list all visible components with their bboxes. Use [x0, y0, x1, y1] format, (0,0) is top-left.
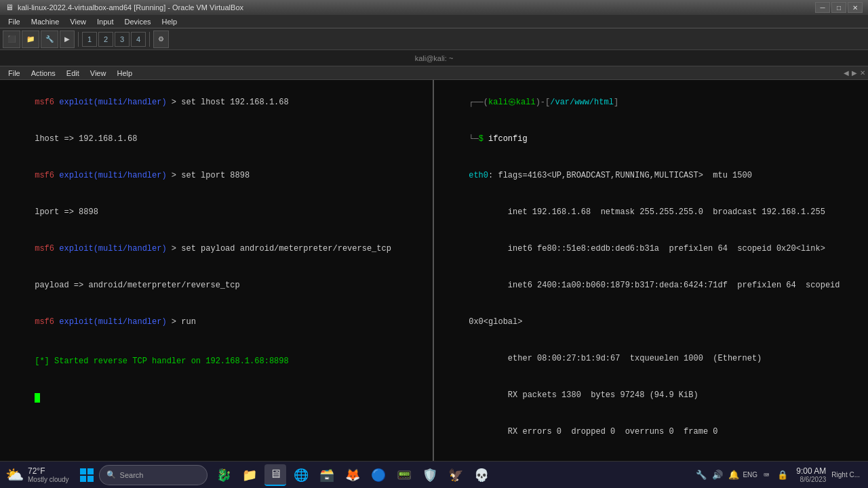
tray-volume[interactable]: 🔊 [711, 468, 724, 482]
taskbar-app-git[interactable]: 📟 [393, 464, 415, 486]
ifconfig-eth0-rx-err: RX errors 0 dropped 0 overruns 0 frame 0 [439, 413, 863, 450]
minimize-button[interactable]: ─ [815, 2, 830, 13]
weather-icon: ⛅ [5, 466, 24, 484]
tab-1[interactable]: 1 [82, 32, 97, 47]
toolbar-btn-4[interactable]: ▶ [60, 30, 75, 48]
ifconfig-eth0-inet6-2: inet6 2400:1a00:b060:1879:b317:deda:6424… [439, 267, 863, 304]
titlebar-left: 🖥 kali-linux-2022.4-virtualbox-amd64 [Ru… [5, 3, 243, 12]
menu-help[interactable]: Help [157, 15, 183, 28]
right-terminal[interactable]: ┌──(kali㉿kali)-[/var/www/html] └─$ ifcon… [434, 80, 868, 461]
msf-line-3: msf6 exploit(multi/handler) > set payloa… [5, 230, 427, 267]
ifconfig-eth0-tx: TX packets 153 bytes 26585 (25.9 KiB) [439, 450, 863, 461]
tray-notifications[interactable]: Right C... [829, 468, 863, 482]
ifconfig-eth0-flags: eth0: flags=4163<UP,BROADCAST,RUNNING,MU… [439, 157, 863, 194]
menu-file[interactable]: File [3, 15, 26, 28]
system-tray: 🔧 🔊 🔔 ENG ⌨ 🔒 9:00 AM 8/6/2023 Right C..… [694, 466, 863, 483]
edit-view[interactable]: View [85, 69, 112, 77]
msf-line-2: msf6 exploit(multi/handler) > set lport … [5, 157, 427, 194]
tray-battery[interactable]: 🔔 [727, 468, 741, 482]
left-terminal[interactable]: msf6 exploit(multi/handler) > set lhost … [0, 80, 434, 461]
nav-back[interactable]: ◀ [844, 69, 849, 77]
virtualbox-icon: 🖥 [5, 3, 14, 12]
right-prompt-1: ┌──(kali㉿kali)-[/var/www/html] [439, 84, 863, 121]
toolbar: ⬛ 📁 🔧 ▶ 1 2 3 4 ⚙ [0, 28, 868, 50]
taskbar-app-shield[interactable]: 🛡️ [419, 464, 441, 486]
tray-lock[interactable]: 🔒 [776, 468, 789, 482]
msf-output-1: lhost => 192.168.1.68 [5, 121, 427, 157]
tray-lang[interactable]: ENG [743, 468, 757, 482]
taskbar-app-store[interactable]: 🗃️ [316, 464, 338, 486]
toolbar-btn-1[interactable]: ⬛ [3, 30, 20, 48]
time-display: 9:00 AM 8/6/2023 [796, 466, 826, 483]
msf-line-4: msf6 exploit(multi/handler) > run [5, 304, 427, 340]
right-command-1: └─$ ifconfig [439, 121, 863, 157]
taskbar-app-eagle[interactable]: 🦅 [445, 464, 467, 486]
search-icon: 🔍 [106, 470, 116, 479]
taskbar-app-terminal[interactable]: 🖥 [264, 464, 286, 486]
menu-devices[interactable]: Devices [119, 15, 156, 28]
taskbar-app-firefox[interactable]: 🦊 [342, 464, 363, 486]
ifconfig-eth0-ether: ether 08:00:27:b1:9d:67 txqueuelen 1000 … [439, 340, 863, 377]
msf-output-2: lport => 8898 [5, 194, 427, 230]
taskbar: ⛅ 72°F Mostly cloudy 🔍 Search 🐉 📁 🖥 🌐 🗃️… [0, 461, 868, 488]
toolbar-separator-1 [78, 32, 79, 47]
taskbar-app-dragon[interactable]: 🐉 [213, 464, 235, 486]
titlebar-controls: ─ □ ✕ [815, 2, 863, 13]
menu-machine[interactable]: Machine [26, 15, 65, 28]
edit-actions[interactable]: Actions [26, 69, 61, 77]
edit-edit[interactable]: Edit [61, 69, 85, 77]
clock-date: 8/6/2023 [796, 476, 826, 483]
taskbar-apps: 🐉 📁 🖥 🌐 🗃️ 🦊 🔵 📟 🛡️ 🦅 💀 [213, 464, 492, 486]
toolbar-btn-2[interactable]: 📁 [22, 30, 39, 48]
weather-widget: ⛅ 72°F Mostly cloudy [5, 466, 69, 484]
tab-3[interactable]: 3 [115, 32, 130, 47]
windows-logo-icon [80, 468, 94, 482]
taskbar-app-blue[interactable]: 🔵 [368, 464, 389, 486]
ifconfig-eth0-inet6-1: inet6 fe80::51e8:eddb:ded6:b31a prefixle… [439, 230, 863, 267]
search-label: Search [120, 471, 144, 479]
taskbar-app-files[interactable]: 📁 [239, 464, 260, 486]
ifconfig-eth0-rx: RX packets 1380 bytes 97248 (94.9 KiB) [439, 377, 863, 413]
weather-desc: Mostly cloudy [28, 476, 69, 483]
menu-view[interactable]: View [64, 15, 92, 28]
editbar: File Actions Edit View Help ◀ ▶ ✕ [0, 66, 868, 80]
start-button[interactable] [75, 463, 99, 487]
tray-network[interactable]: 🔧 [694, 468, 708, 482]
msf-line-1: msf6 exploit(multi/handler) > set lhost … [5, 84, 427, 121]
toolbar-btn-3[interactable]: 🔧 [41, 30, 58, 48]
menubar: File Machine View Input Devices Help [0, 15, 868, 28]
msf-output-4: [*] Started reverse TCP handler on 192.1… [5, 343, 427, 380]
taskbar-app-skull[interactable]: 💀 [471, 464, 492, 486]
toolbar-separator-2 [149, 32, 150, 47]
nav-close[interactable]: ✕ [860, 69, 865, 77]
tab-2[interactable]: 2 [98, 32, 113, 47]
msf-cursor-line [5, 380, 427, 416]
nav-fwd[interactable]: ▶ [852, 69, 857, 77]
addressbar: kali@kali: ~ [0, 50, 868, 66]
search-bar[interactable]: 🔍 Search [99, 465, 208, 485]
ifconfig-eth0-scope: 0x0<global> [439, 304, 863, 340]
weather-temp: 72°F [28, 466, 69, 476]
edit-file[interactable]: File [3, 69, 26, 77]
main-area: msf6 exploit(multi/handler) > set lhost … [0, 80, 868, 461]
edit-help[interactable]: Help [111, 69, 138, 77]
msf-output-3: payload => android/meterpreter/reverse_t… [5, 267, 427, 304]
titlebar-title: kali-linux-2022.4-virtualbox-amd64 [Runn… [18, 3, 243, 12]
toolbar-settings[interactable]: ⚙ [153, 30, 169, 48]
tray-keyboard[interactable]: ⌨ [760, 468, 773, 482]
ifconfig-eth0-inet: inet 192.168.1.68 netmask 255.255.255.0 … [439, 194, 863, 230]
close-button[interactable]: ✕ [848, 2, 863, 13]
restore-button[interactable]: □ [831, 2, 846, 13]
taskbar-app-browser[interactable]: 🌐 [290, 464, 312, 486]
titlebar: 🖥 kali-linux-2022.4-virtualbox-amd64 [Ru… [0, 0, 868, 15]
tab-4[interactable]: 4 [131, 32, 146, 47]
clock-time: 9:00 AM [796, 466, 826, 476]
terminal-title: kali@kali: ~ [415, 54, 454, 62]
menu-input[interactable]: Input [92, 15, 119, 28]
